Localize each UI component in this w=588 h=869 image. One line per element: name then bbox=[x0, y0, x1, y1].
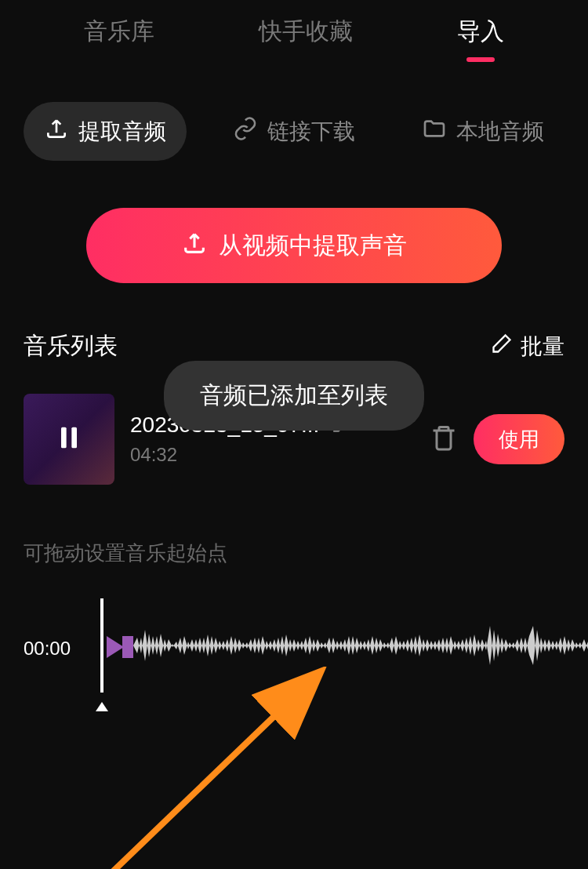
folder-icon bbox=[422, 116, 447, 147]
link-icon bbox=[233, 116, 258, 147]
delete-button[interactable] bbox=[430, 424, 458, 455]
upload-icon bbox=[44, 116, 69, 147]
waveform-display[interactable] bbox=[133, 614, 588, 677]
toast-message: 音频已添加至列表 bbox=[164, 361, 424, 431]
upload-icon bbox=[181, 230, 208, 262]
time-label: 00:00 bbox=[24, 638, 71, 660]
pause-icon bbox=[53, 422, 85, 456]
start-marker[interactable] bbox=[107, 636, 124, 658]
svg-rect-1 bbox=[71, 427, 77, 449]
music-thumbnail[interactable] bbox=[24, 394, 114, 485]
music-duration: 04:32 bbox=[130, 444, 414, 466]
batch-edit-button[interactable]: 批量 bbox=[491, 332, 564, 362]
tab-music-library[interactable]: 音乐库 bbox=[84, 8, 154, 56]
extract-from-video-button[interactable]: 从视频中提取声音 bbox=[86, 208, 502, 283]
tab-favorites[interactable]: 快手收藏 bbox=[259, 8, 353, 56]
edit-icon bbox=[491, 333, 513, 360]
option-link-download[interactable]: 链接下载 bbox=[212, 102, 376, 161]
option-extract-audio[interactable]: 提取音频 bbox=[24, 102, 187, 161]
use-button[interactable]: 使用 bbox=[474, 414, 564, 464]
waveform-editor[interactable]: 00:00 bbox=[0, 598, 588, 716]
playhead-handle[interactable] bbox=[96, 702, 108, 711]
playhead[interactable] bbox=[100, 598, 103, 693]
music-list-title: 音乐列表 bbox=[24, 330, 118, 362]
tab-import[interactable]: 导入 bbox=[457, 8, 504, 56]
drag-hint: 可拖动设置音乐起始点 bbox=[0, 485, 588, 567]
svg-rect-0 bbox=[61, 427, 67, 449]
trash-icon bbox=[430, 441, 458, 454]
option-local-audio[interactable]: 本地音频 bbox=[401, 102, 564, 161]
